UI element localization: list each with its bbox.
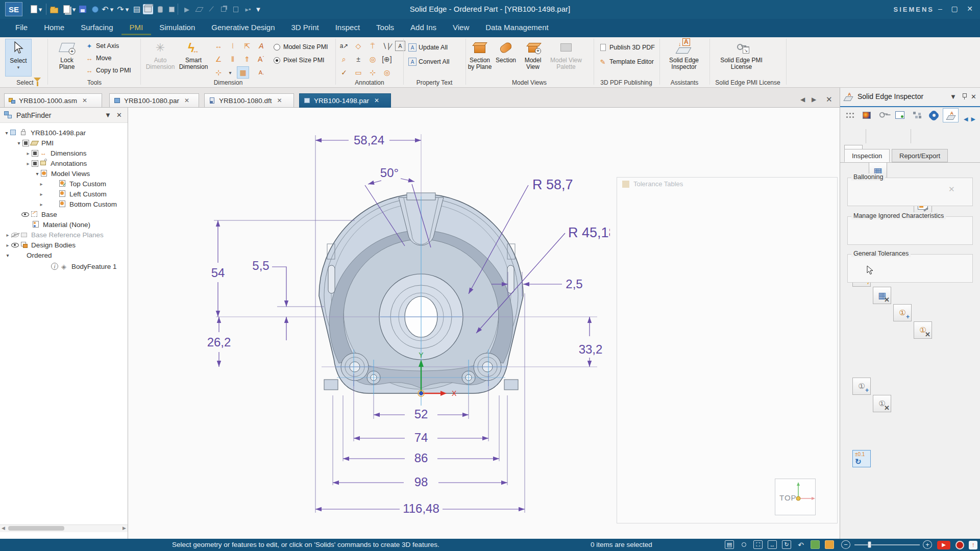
- tree-item-base-reference-planes[interactable]: ▸ Base Reference Planes: [4, 230, 104, 240]
- tab-report-export[interactable]: Report/Export: [892, 149, 948, 162]
- center-mark-icon[interactable]: ◎: [381, 66, 393, 79]
- remove-ignored-button[interactable]: ①✕: [873, 395, 891, 412]
- scroll-thumb[interactable]: [8, 526, 64, 531]
- convert-all-button[interactable]: AConvert All: [408, 56, 449, 67]
- tree-item-design-bodies[interactable]: ▸ Design Bodies: [4, 240, 76, 250]
- smart-dimension-button[interactable]: ϟ ↔ Smart Dimension: [178, 39, 209, 70]
- tree-item-left-custom[interactable]: ▸ Left Custom: [38, 189, 107, 199]
- expander-icon[interactable]: ▸: [4, 242, 11, 248]
- status-display-options-icon[interactable]: ▤: [725, 540, 734, 549]
- template-editor-button[interactable]: ✎Template Editor: [598, 56, 654, 67]
- status-fit-icon[interactable]: ⛶: [753, 540, 763, 549]
- doc-tab-close-icon[interactable]: ✕: [277, 97, 282, 104]
- check-annotation-icon[interactable]: ✓: [338, 66, 350, 79]
- dimension-stack-icon[interactable]: ⫴: [227, 53, 239, 65]
- tab-hole-table-icon[interactable]: [842, 108, 857, 122]
- expander-icon[interactable]: ▾: [4, 253, 11, 258]
- menu-tab-home[interactable]: Home: [36, 19, 72, 35]
- expander-icon[interactable]: ▾: [34, 171, 41, 177]
- expander-icon[interactable]: ▸: [38, 202, 45, 207]
- select-button[interactable]: Select ▾: [5, 39, 32, 77]
- datum-frame-icon[interactable]: ⍑: [366, 40, 379, 52]
- status-zoom-area-icon[interactable]: [739, 540, 748, 549]
- tab-screenshot-icon[interactable]: [892, 108, 908, 122]
- tab-settings-gear-icon[interactable]: [926, 108, 942, 122]
- tree-item-ordered[interactable]: ▾ Ordered: [4, 250, 127, 260]
- panel-tabs-left-icon[interactable]: ◀: [964, 116, 968, 122]
- menu-tab-generative-design[interactable]: Generative Design: [203, 19, 283, 35]
- tab-hierarchy-icon[interactable]: [909, 108, 925, 122]
- menu-tab-file[interactable]: File: [7, 19, 36, 35]
- tree-item-dimensions[interactable]: ▸ ↔ Dimensions: [24, 148, 87, 158]
- status-previous-view-icon[interactable]: ↶: [796, 540, 805, 549]
- section-button[interactable]: Section: [494, 39, 518, 64]
- pathfinder-options-icon[interactable]: ▼: [105, 111, 111, 119]
- menu-tab-tools[interactable]: Tools: [368, 19, 402, 35]
- menu-tab-view[interactable]: View: [445, 19, 477, 35]
- menu-tab-data-management[interactable]: Data Management: [477, 19, 556, 35]
- section-by-plane-button[interactable]: Section by Plane: [468, 39, 492, 70]
- menu-tab-3d-print[interactable]: 3D Print: [283, 19, 327, 35]
- pathfinder-close-icon[interactable]: ✕: [116, 111, 122, 119]
- set-axis-button[interactable]: ✦Set Axis: [85, 40, 119, 52]
- text-small-icon[interactable]: A.: [255, 66, 267, 79]
- tab-heatmap-icon[interactable]: [859, 108, 874, 122]
- expander-icon[interactable]: ▸: [38, 191, 45, 197]
- close-button[interactable]: ✕: [963, 2, 977, 15]
- expander-icon[interactable]: ▾: [15, 140, 22, 146]
- leader-text-icon[interactable]: a↗: [338, 40, 350, 52]
- distance-between-icon[interactable]: ↔: [212, 40, 225, 52]
- balloon-annotation-icon[interactable]: ◇: [352, 40, 364, 52]
- tree-item-bottom-custom[interactable]: ▸ Bottom Custom: [38, 199, 117, 209]
- zoom-in-icon[interactable]: +: [923, 540, 932, 549]
- status-window-orange-icon[interactable]: [825, 540, 834, 549]
- add-balloon-button[interactable]: ①+: [893, 304, 912, 321]
- add-ignored-button[interactable]: ①+: [852, 378, 871, 395]
- doc-tab-close-icon[interactable]: ✕: [82, 97, 87, 104]
- tab-scroll-right-icon[interactable]: ▶: [812, 96, 816, 103]
- menu-tab-add-ins[interactable]: Add Ins: [402, 19, 445, 35]
- menu-tab-surfacing[interactable]: Surfacing: [72, 19, 121, 35]
- callout-icon[interactable]: ▭: [352, 66, 364, 79]
- text-box-icon[interactable]: A: [395, 41, 405, 51]
- pmi-checkbox[interactable]: [22, 140, 29, 146]
- status-window-green-icon[interactable]: [811, 540, 820, 549]
- datum-target-icon[interactable]: ◎: [366, 53, 379, 65]
- pixel-size-pmi-radio[interactable]: Pixel Size PMI: [274, 55, 325, 66]
- tolerance-icon[interactable]: ±: [352, 53, 364, 65]
- expander-icon[interactable]: ▸: [38, 181, 45, 187]
- dimension-up-icon[interactable]: ⇑: [241, 53, 253, 65]
- inspector-options-icon[interactable]: ▼: [950, 93, 957, 101]
- expander-icon[interactable]: ▾: [3, 130, 10, 136]
- solid-edge-inspector-button[interactable]: A ↓ Solid Edge Inspector: [664, 39, 704, 70]
- video-play-icon[interactable]: ▶: [937, 541, 950, 549]
- dimension-delete-icon[interactable]: ⇱: [241, 40, 253, 52]
- coordinate-dimension-icon[interactable]: ⊹: [212, 66, 225, 79]
- update-all-button[interactable]: AUpdate All: [408, 42, 448, 53]
- angle-between-icon[interactable]: ∠: [212, 53, 225, 65]
- ballooning-clear-icon[interactable]: ✕: [948, 185, 955, 194]
- tab-scroll-left-icon[interactable]: ◀: [800, 96, 805, 103]
- tree-item-material[interactable]: Material (None): [33, 219, 90, 230]
- tree-item-pmi[interactable]: ▾ PMI: [15, 138, 54, 148]
- doc-tab-close-icon[interactable]: ✕: [374, 97, 379, 104]
- doc-tab-yrb100-1000-asm[interactable]: YRB100-1000.asm ✕: [4, 93, 102, 108]
- dimensions-checkbox[interactable]: [32, 150, 38, 157]
- menu-tab-inspect[interactable]: Inspect: [327, 19, 368, 35]
- tree-item-model-views[interactable]: ▾ Model Views: [34, 168, 90, 179]
- move-button[interactable]: ↔Move: [85, 53, 112, 64]
- tree-item-annotations[interactable]: ▸ Annotations: [24, 158, 87, 168]
- doc-tab-yrb100-1080-par[interactable]: YRB100-1080.par ✕: [109, 93, 199, 108]
- tree-item-root[interactable]: ▾ YRB100-1498.par: [3, 128, 86, 138]
- dimension-more-dropdown-icon[interactable]: ▾: [227, 66, 234, 79]
- minimize-button[interactable]: –: [933, 2, 947, 15]
- scroll-left-icon[interactable]: ◀: [2, 525, 5, 531]
- auto-dimension-button[interactable]: ✳ Auto Dimension: [145, 39, 176, 70]
- solid-edge-pmi-license-button[interactable]: ↘ Solid Edge PMI License: [717, 39, 766, 70]
- inspector-close-icon[interactable]: ✕: [971, 93, 976, 101]
- zoom-out-icon[interactable]: −: [841, 540, 850, 549]
- zoom-slider-thumb[interactable]: [868, 541, 871, 548]
- publish-3d-pdf-button[interactable]: Publish 3D PDF: [598, 42, 655, 53]
- doc-tab-yrb100-1080-dft[interactable]: YRB100-1080.dft ✕: [204, 93, 294, 108]
- symmetric-diameter-icon[interactable]: ⦚: [227, 40, 239, 52]
